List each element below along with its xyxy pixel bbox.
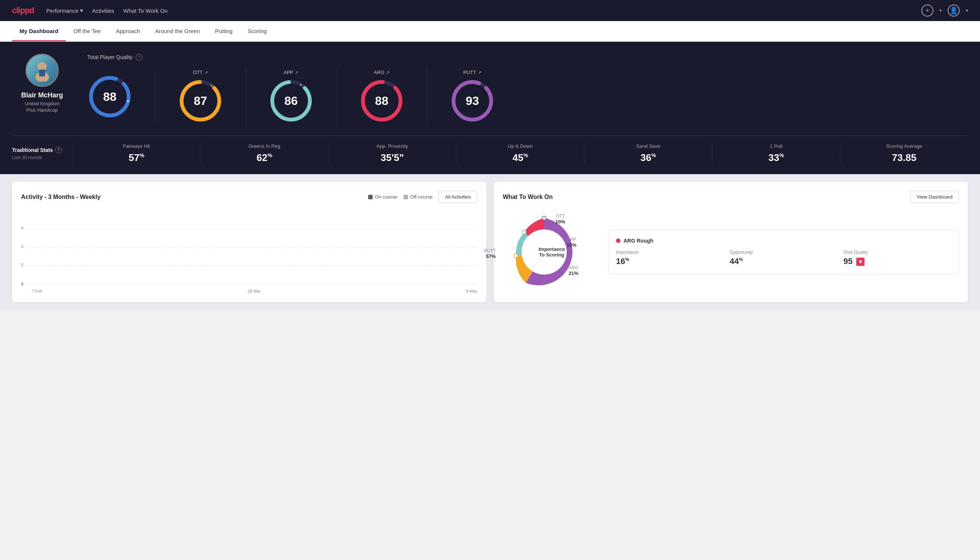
trad-info-icon[interactable]: ? xyxy=(55,147,62,153)
ott-donut-label: OTT 10% xyxy=(556,213,565,225)
player-name: Blair McHarg xyxy=(21,92,63,99)
svg-rect-2 xyxy=(39,70,45,77)
chevron-down-icon-add: ▾ xyxy=(939,8,942,13)
arg-score: 88 xyxy=(375,94,388,108)
legend-on-course: On course xyxy=(368,194,398,200)
avatar xyxy=(26,54,59,87)
ott-score: 87 xyxy=(194,94,207,108)
shot-quality-badge: ▼ xyxy=(856,258,865,266)
wtwon-card: What To Work On View Dashboard xyxy=(494,182,968,302)
chart-legend: On course Off course All Activities xyxy=(368,191,477,203)
nav-what-to-work-on[interactable]: What To Work On xyxy=(123,6,168,15)
hero-section: Blair McHarg United Kingdom Plus Handica… xyxy=(0,42,980,174)
app-donut-label: APP 12% xyxy=(567,237,576,248)
trad-stats-period: Last 20 rounds xyxy=(12,155,72,160)
bars-wrapper xyxy=(32,211,477,284)
tab-my-dashboard[interactable]: My Dashboard xyxy=(12,21,66,42)
user-icon: 👤 xyxy=(950,7,958,15)
hero-top: Blair McHarg United Kingdom Plus Handica… xyxy=(12,54,968,127)
svg-point-21 xyxy=(522,230,526,234)
detail-dot xyxy=(616,238,621,243)
nav-right: + ▾ 👤 ▾ xyxy=(921,5,968,17)
add-button[interactable]: + xyxy=(921,5,933,17)
chevron-down-icon-user: ▾ xyxy=(966,8,968,13)
app-ring: 86 xyxy=(268,78,314,123)
activity-card: Activity - 3 Months - Weekly On course O… xyxy=(12,182,486,302)
nav-activities[interactable]: Activities xyxy=(92,6,114,15)
plus-icon: + xyxy=(925,7,930,15)
detail-shot-quality: Shot Quality 95 ▼ xyxy=(844,250,951,266)
trad-stats-title: Traditional Stats ? xyxy=(12,147,72,153)
donut-center: Importance To Scoring xyxy=(539,246,565,258)
tab-approach[interactable]: Approach xyxy=(108,21,147,42)
player-info: Blair McHarg United Kingdom Plus Handica… xyxy=(12,54,72,113)
chevron-down-icon: ▾ xyxy=(80,7,83,14)
all-activities-button[interactable]: All Activities xyxy=(438,191,477,203)
arg-ring: 88 xyxy=(359,78,404,123)
score-card-putt: PUTT ↗ 93 xyxy=(427,67,517,127)
arg-donut-label: ARG 21% xyxy=(569,265,578,276)
stat-fairways-hit: Fairways Hit 57% xyxy=(72,143,200,163)
score-cards: 88 OTT ↗ 87 xyxy=(87,67,968,127)
putt-score: 93 xyxy=(466,94,479,108)
app-label: APP ↗ xyxy=(284,70,299,75)
total-ring: 88 xyxy=(87,74,132,119)
stat-1-putt: 1 Putt 33% xyxy=(712,143,840,163)
player-handicap: Plus Handicap xyxy=(26,107,58,113)
detail-opportunity: Opportunity 44% xyxy=(730,250,837,266)
wtwon-content: Importance To Scoring OTT 10% APP 12% AR… xyxy=(503,211,959,293)
activity-title: Activity - 3 Months - Weekly xyxy=(21,194,100,200)
x-label-3: 9 May xyxy=(466,289,477,293)
legend-off-course: Off course xyxy=(404,194,433,200)
tab-putting[interactable]: Putting xyxy=(208,21,240,42)
activity-header: Activity - 3 Months - Weekly On course O… xyxy=(21,191,477,203)
ott-ring: 87 xyxy=(178,78,223,123)
total-score: 88 xyxy=(103,90,116,103)
score-card-arg: ARG ↗ 88 xyxy=(336,67,427,127)
stat-items: Fairways Hit 57% Greens In Reg 62% App. … xyxy=(72,143,968,163)
user-button[interactable]: 👤 xyxy=(948,5,960,17)
nav-performance[interactable]: Performance ▾ xyxy=(46,6,83,15)
wtwon-title: What To Work On xyxy=(503,194,553,200)
putt-trend: ↗ xyxy=(478,70,481,75)
app-score: 86 xyxy=(284,94,298,108)
scores-section: Total Player Quality ? 88 xyxy=(87,54,968,127)
info-icon[interactable]: ? xyxy=(136,54,143,60)
putt-label: PUTT ↗ xyxy=(463,70,481,75)
stat-greens-in-reg: Greens In Reg 62% xyxy=(200,143,328,163)
on-course-dot xyxy=(368,195,373,199)
tab-around-the-green[interactable]: Around the Green xyxy=(147,21,207,42)
app-trend: ↗ xyxy=(295,70,299,75)
ott-trend: ↗ xyxy=(204,70,208,75)
score-card-total: 88 xyxy=(87,71,155,122)
x-label-2: 28 Mar xyxy=(248,289,260,293)
svg-point-19 xyxy=(542,216,546,220)
bottom-section: Activity - 3 Months - Weekly On course O… xyxy=(0,174,980,310)
nav-links: Performance ▾ Activities What To Work On xyxy=(46,6,909,15)
x-labels: 7 Feb 28 Mar 9 May xyxy=(32,289,477,293)
arg-label: ARG ↗ xyxy=(374,70,389,75)
putt-ring: 93 xyxy=(450,78,495,123)
tab-off-the-tee[interactable]: Off the Tee xyxy=(66,21,108,42)
arg-trend: ↗ xyxy=(386,70,389,75)
x-label-1: 7 Feb xyxy=(32,289,42,293)
detail-metrics: Importance 16% Opportunity 44% Shot Qual… xyxy=(616,250,951,266)
scores-title: Total Player Quality ? xyxy=(87,54,968,60)
putt-donut-label: PUTT 57% xyxy=(484,248,496,259)
svg-point-20 xyxy=(514,254,518,258)
chart-area: 4 3 2 1 0 xyxy=(21,211,477,293)
donut-container: Importance To Scoring OTT 10% APP 12% AR… xyxy=(503,211,601,293)
view-dashboard-button[interactable]: View Dashboard xyxy=(910,191,959,203)
score-card-ott: OTT ↗ 87 xyxy=(155,67,246,127)
top-nav: clippd Performance ▾ Activities What To … xyxy=(0,0,980,21)
player-country: United Kingdom xyxy=(25,101,60,107)
tabs-bar: My Dashboard Off the Tee Approach Around… xyxy=(0,21,980,42)
wtwon-header: What To Work On View Dashboard xyxy=(503,191,959,203)
trad-stats-label: Traditional Stats ? Last 20 rounds xyxy=(12,147,72,160)
stat-sand-save: Sand Save 36% xyxy=(584,143,712,163)
detail-card-title: ARG Rough xyxy=(616,238,951,244)
detail-card: ARG Rough Importance 16% Opportunity 44% xyxy=(608,230,959,274)
tab-scoring[interactable]: Scoring xyxy=(240,21,274,42)
detail-importance: Importance 16% xyxy=(616,250,724,266)
traditional-stats: Traditional Stats ? Last 20 rounds Fairw… xyxy=(12,135,968,163)
